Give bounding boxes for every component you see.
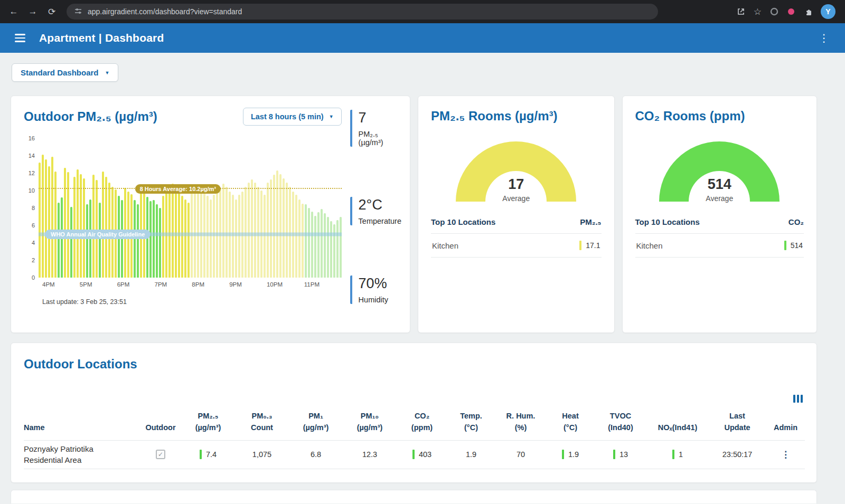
open-in-new-icon[interactable]: [736, 7, 746, 16]
pm-bar: [276, 170, 278, 278]
address-bar[interactable]: app.airgradient.com/dashboard?view=stand…: [67, 4, 658, 20]
pm-bar: [330, 221, 332, 278]
pm-bar: [58, 203, 60, 278]
stat-temperature-label: Temperature: [359, 217, 401, 225]
column-header-nox[interactable]: NOₓ(Ind41): [647, 410, 708, 440]
x-axis-tick: 9PM: [229, 281, 267, 288]
pm-bar: [273, 175, 275, 278]
row-cell-pm03: 1,075: [235, 440, 289, 469]
location-name: Kitchen: [636, 241, 663, 250]
level-marker: [784, 241, 786, 250]
pm-bar: [314, 216, 316, 278]
extension-icon[interactable]: [769, 7, 779, 16]
pm-bar: [51, 157, 53, 278]
profile-avatar[interactable]: Y: [821, 4, 835, 19]
pm-location-row[interactable]: Kitchen 17.1: [431, 234, 602, 258]
row-name: Poznyaky Patriotika Residential Area: [24, 440, 140, 469]
reload-button[interactable]: ⟳: [43, 3, 60, 20]
location-name: Kitchen: [432, 241, 458, 250]
forward-button[interactable]: →: [24, 3, 41, 20]
pm-rooms-title: PM₂.₅ Rooms (µg/m³): [431, 109, 602, 123]
outdoor-pm-title: Outdoor PM₂.₅ (µg/m³): [24, 109, 157, 124]
row-admin-menu[interactable]: ⋮: [778, 449, 793, 461]
level-marker: [200, 450, 202, 459]
column-header-admin[interactable]: Admin: [766, 410, 805, 440]
pm-bar: [77, 169, 79, 278]
level-marker: [579, 241, 581, 250]
pm-bar: [270, 179, 272, 278]
chevron-down-icon: ▼: [105, 70, 110, 75]
bookmark-star-icon[interactable]: ☆: [754, 6, 762, 17]
row-cell-nox: 1: [647, 440, 708, 469]
column-header-pm25[interactable]: PM₂.₅(µg/m³): [181, 410, 235, 440]
outdoor-checkbox[interactable]: ✓: [156, 450, 165, 459]
pm-bar: [283, 178, 285, 278]
hamburger-menu-icon[interactable]: [13, 30, 27, 46]
url-text: app.airgradient.com/dashboard?view=stand…: [88, 7, 242, 16]
column-header-pm03[interactable]: PM₀.₃Count: [235, 410, 289, 440]
level-marker: [562, 450, 564, 459]
pm-bar: [83, 178, 85, 278]
pm-bar: [210, 199, 212, 278]
time-range-selector[interactable]: Last 8 hours (5 min) ▼: [243, 108, 342, 126]
row-cell-heat: 1.9: [547, 440, 594, 469]
row-cell-pm10: 12.3: [343, 440, 397, 469]
locations-table: NameOutdoorPM₂.₅(µg/m³)PM₀.₃CountPM₁(µg/…: [24, 410, 804, 469]
x-axis-tick: 8PM: [192, 281, 229, 288]
pm-bar: [235, 199, 237, 278]
pm-bar: [298, 199, 301, 278]
column-header-tvoc[interactable]: TVOC(Ind40): [594, 410, 647, 440]
dashboard-selector[interactable]: Standard Dashboard ▼: [12, 63, 118, 82]
column-header-rhum[interactable]: R. Hum.(%): [495, 410, 547, 440]
average-line-label: 8 Hours Average: 10.2µg/m³: [135, 184, 221, 194]
who-guideline-label: WHO Annual Air Quality Guideline: [45, 230, 151, 239]
column-header-outdoor[interactable]: Outdoor: [140, 410, 181, 440]
column-header-pm1[interactable]: PM₁(µg/m³): [289, 410, 343, 440]
pm-bar: [327, 217, 329, 278]
pm-bar: [172, 184, 174, 278]
pm-bar: [264, 195, 266, 278]
extensions-puzzle-icon[interactable]: [803, 7, 813, 16]
row-cell-rhum: 70: [495, 440, 547, 469]
current-stats: 7 PM₂.₅ (µg/m³) 2°C Temperature 70% Humi…: [349, 108, 401, 326]
pm-bar: [184, 199, 186, 278]
adblock-extension-icon[interactable]: [787, 7, 795, 16]
x-axis: 4PM5PM6PM7PM8PM9PM10PM11PM: [42, 281, 342, 288]
next-card-edge: [11, 490, 817, 503]
pm-bar: [181, 196, 183, 278]
pm-bar: [162, 196, 164, 278]
pm-list-metric: PM₂.₅: [580, 217, 601, 226]
column-header-co2[interactable]: CO₂(ppm): [397, 410, 447, 440]
column-picker-icon[interactable]: [792, 394, 804, 404]
co2-list-header: Top 10 Locations: [635, 217, 700, 226]
pm-rooms-gauge: 17 Average: [453, 138, 579, 203]
stat-humidity: 70% Humidity: [350, 275, 401, 304]
column-header-heat[interactable]: Heat(°C): [547, 410, 594, 440]
co2-location-row[interactable]: Kitchen 514: [635, 234, 804, 258]
location-value: 514: [791, 241, 803, 250]
chart-plot-area: WHO Annual Air Quality Guideline 8 Hours…: [39, 138, 342, 278]
header-overflow-menu[interactable]: ⋮: [815, 31, 832, 45]
pm-bar: [321, 209, 323, 278]
pm-bar: [149, 201, 152, 278]
column-header-last-update[interactable]: LastUpdate: [708, 410, 766, 440]
stat-pm25: 7 PM₂.₅ (µg/m³): [350, 110, 401, 147]
column-header-temp[interactable]: Temp.(°C): [447, 410, 495, 440]
stat-humidity-label: Humidity: [359, 296, 401, 304]
x-axis-tick: 11PM: [304, 281, 342, 288]
row-cell-pm25: 7.4: [181, 440, 235, 469]
column-header-name[interactable]: Name: [24, 410, 140, 440]
site-info-icon[interactable]: [74, 7, 82, 17]
outdoor-locations-card: Outdoor Locations NameOutdoorPM₂.₅(µg/m³…: [11, 343, 817, 483]
pm-bar: [340, 217, 342, 278]
row-cell-pm1: 6.8: [289, 440, 343, 469]
pm-bar: [153, 200, 155, 278]
row-admin: ⋮: [766, 440, 805, 469]
pm-bar: [308, 208, 310, 278]
pm-bar: [48, 166, 50, 278]
pm-bar: [92, 175, 95, 278]
pm-bar: [305, 204, 307, 278]
row-cell-temp: 1.9: [447, 440, 495, 469]
back-button[interactable]: ←: [5, 3, 22, 20]
column-header-pm10[interactable]: PM₁₀(µg/m³): [343, 410, 397, 440]
